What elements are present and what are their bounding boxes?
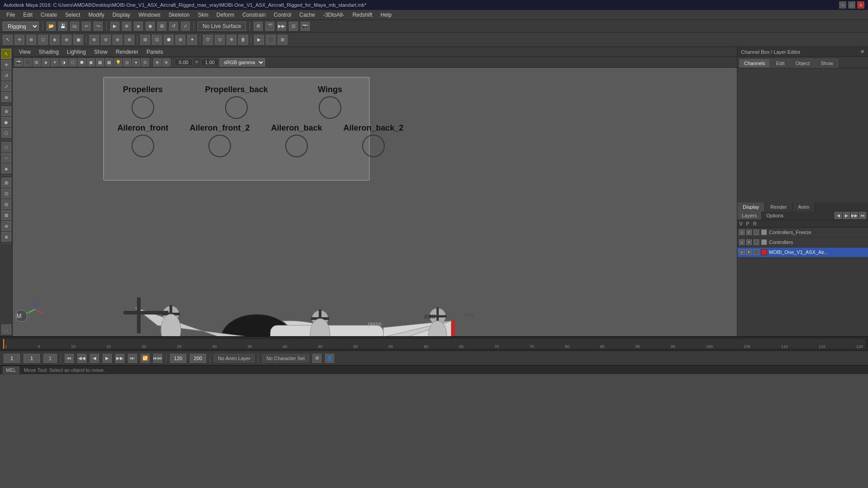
snap-curve-icon[interactable]: ⊛ bbox=[175, 35, 185, 45]
layer-back-btn[interactable]: ◀ bbox=[835, 212, 842, 219]
menu-help[interactable]: Help bbox=[377, 11, 396, 19]
ctrl-propellers-back-circle[interactable] bbox=[225, 96, 248, 119]
ctrl-aileron-back-2-circle[interactable] bbox=[362, 135, 385, 157]
grid-icon[interactable]: ⊞ bbox=[140, 35, 150, 45]
vp-menu-view[interactable]: View bbox=[15, 48, 34, 56]
layer-btn-1[interactable]: ⊞ bbox=[1, 178, 11, 188]
vp-exposure-input[interactable] bbox=[175, 59, 193, 66]
lasso-tool-icon[interactable]: ⊗ bbox=[26, 35, 36, 45]
snap-surface-icon[interactable]: ⬢ bbox=[164, 35, 174, 45]
step-back-btn[interactable]: ◀ bbox=[90, 354, 99, 363]
subdiv-mode-btn[interactable]: ◈ bbox=[1, 164, 11, 174]
poly-mode-btn[interactable]: □ bbox=[1, 142, 11, 152]
ctrl-wings[interactable]: Wings bbox=[298, 85, 362, 119]
no-live-surface-btn[interactable]: No Live Surface bbox=[198, 22, 246, 31]
vp-smooth-btn[interactable]: ▣ bbox=[87, 58, 95, 66]
select-tool-icon[interactable]: ↖ bbox=[3, 35, 13, 45]
window-controls[interactable]: ─ □ ✕ bbox=[839, 1, 864, 9]
render-ipr-btn[interactable]: ⊡ bbox=[289, 22, 298, 31]
play-end-btn[interactable]: ⏭ bbox=[128, 354, 137, 363]
select-mode-btn[interactable]: ↖ bbox=[1, 49, 11, 59]
layer-btn-5[interactable]: ⊛ bbox=[1, 221, 11, 231]
snap-point-icon[interactable]: ✦ bbox=[187, 35, 197, 45]
soft-select-mode-btn[interactable]: ⊗ bbox=[1, 106, 11, 116]
char-set-icon-2[interactable]: 👤 bbox=[325, 354, 334, 363]
mel-label[interactable]: MEL bbox=[3, 366, 19, 374]
prop-mode-btn[interactable]: ◉ bbox=[1, 117, 11, 127]
tab-show[interactable]: Show bbox=[816, 59, 838, 68]
render-settings-btn[interactable]: ⚙ bbox=[254, 22, 263, 31]
vp-light-btn[interactable]: ☀ bbox=[51, 58, 59, 66]
tweak-icon[interactable]: ⊕ bbox=[61, 35, 71, 45]
ctrl-propellers[interactable]: Propellers bbox=[111, 85, 175, 119]
freeze-icon[interactable]: ❄ bbox=[226, 35, 236, 45]
tab-object[interactable]: Object bbox=[790, 59, 815, 68]
ik-spline-icon[interactable]: ⊛ bbox=[113, 35, 123, 45]
frame-start-input[interactable] bbox=[24, 354, 40, 363]
render-icon[interactable]: ▶ bbox=[254, 35, 264, 45]
mode-dropdown[interactable]: Rigging bbox=[3, 22, 39, 31]
tab-channels[interactable]: Channels bbox=[739, 59, 770, 68]
paint-tool-icon[interactable]: ⬡ bbox=[38, 35, 48, 45]
vp-select-btn[interactable]: 📸 bbox=[14, 58, 23, 66]
paint-mode-btn[interactable]: ⬡ bbox=[1, 128, 11, 138]
vp-gamma-input[interactable] bbox=[201, 59, 219, 66]
redo-btn[interactable]: ↪ bbox=[94, 22, 103, 31]
menu-display[interactable]: Display bbox=[109, 11, 134, 19]
render-view-btn[interactable]: 🎬 bbox=[265, 22, 274, 31]
character-set-display[interactable]: No Character Set bbox=[262, 354, 309, 362]
ctrl-aileron-front-circle[interactable] bbox=[132, 135, 154, 157]
vp-shadow-btn[interactable]: ◑ bbox=[60, 58, 68, 66]
vp-menu-renderer[interactable]: Renderer bbox=[112, 48, 142, 56]
vp-aa-btn[interactable]: ⊙ bbox=[141, 58, 149, 66]
menu-redshift[interactable]: Redshift bbox=[349, 11, 376, 19]
layer-btn-2[interactable]: ⊡ bbox=[1, 188, 11, 198]
menu-skeleton[interactable]: Skeleton bbox=[165, 11, 193, 19]
play-start-btn[interactable]: ⏮ bbox=[65, 354, 74, 363]
layers-subtab[interactable]: Layers bbox=[737, 211, 762, 220]
right-panel-close[interactable]: ✕ bbox=[860, 49, 864, 55]
vp-hud-btn[interactable]: ⊛ bbox=[162, 58, 170, 66]
step-fwd-btn[interactable]: ▶ bbox=[103, 354, 112, 363]
range-end-input[interactable] bbox=[170, 354, 186, 363]
menu-create[interactable]: Create bbox=[37, 11, 61, 19]
vp-lights-btn[interactable]: 💡 bbox=[114, 58, 122, 66]
open-file-btn[interactable]: 📂 bbox=[47, 22, 56, 31]
center-piv-icon[interactable]: ⊙ bbox=[215, 35, 225, 45]
layer-btn-3[interactable]: ⊟ bbox=[1, 199, 11, 209]
playhead[interactable] bbox=[3, 339, 4, 349]
vp-menu-show[interactable]: Show bbox=[90, 48, 111, 56]
menu-edit[interactable]: Edit bbox=[19, 11, 36, 19]
scene-area[interactable]: Propellers Propellers_back Wings bbox=[13, 68, 737, 336]
vp-menu-shading[interactable]: Shading bbox=[35, 48, 62, 56]
layer-tab-anim[interactable]: Anim bbox=[793, 202, 815, 211]
options-subtab[interactable]: Options bbox=[762, 211, 788, 220]
vp-dof-btn[interactable]: ◎ bbox=[123, 58, 131, 66]
menu-windows[interactable]: Windows bbox=[135, 11, 164, 19]
layer-row-1[interactable]: V P Controllers bbox=[737, 238, 868, 248]
move-tool-icon[interactable]: ✛ bbox=[14, 35, 24, 45]
soft-select-btn[interactable]: ◉ bbox=[146, 22, 155, 31]
marquee-icon[interactable]: ▣ bbox=[73, 35, 83, 45]
shelf-more-btn[interactable]: … bbox=[1, 324, 11, 334]
scale-mode-btn[interactable]: ⤢ bbox=[1, 81, 11, 91]
vp-tex-btn[interactable]: ▦ bbox=[96, 58, 104, 66]
soft-mod-icon[interactable]: ◈ bbox=[50, 35, 60, 45]
vp-wire-btn[interactable]: ⬢ bbox=[78, 58, 86, 66]
layer-btn-4[interactable]: ⊠ bbox=[1, 210, 11, 220]
tab-edit[interactable]: Edit bbox=[771, 59, 789, 68]
nurbs-mode-btn[interactable]: ○ bbox=[1, 153, 11, 163]
menu-skin[interactable]: Skin bbox=[194, 11, 212, 19]
layer-p-1[interactable]: P bbox=[746, 239, 752, 245]
playblast-icon[interactable]: 🎥 bbox=[266, 35, 276, 45]
close-button[interactable]: ✕ bbox=[857, 1, 864, 9]
menu-select[interactable]: Select bbox=[61, 11, 84, 19]
layer-tab-render[interactable]: Render bbox=[765, 202, 793, 211]
ctrl-aileron-front-2-circle[interactable] bbox=[208, 135, 231, 157]
ctrl-wings-circle[interactable] bbox=[319, 96, 341, 119]
layer-p-2[interactable]: P bbox=[746, 249, 752, 255]
viewport[interactable]: View Shading Lighting Show Renderer Pane… bbox=[13, 47, 737, 336]
loop-btn[interactable]: 🔁 bbox=[141, 354, 150, 363]
vp-ao-btn[interactable]: ● bbox=[132, 58, 140, 66]
timeline-inner[interactable]: 1 5 10 15 20 25 30 35 40 45 50 55 60 65 … bbox=[2, 338, 866, 349]
